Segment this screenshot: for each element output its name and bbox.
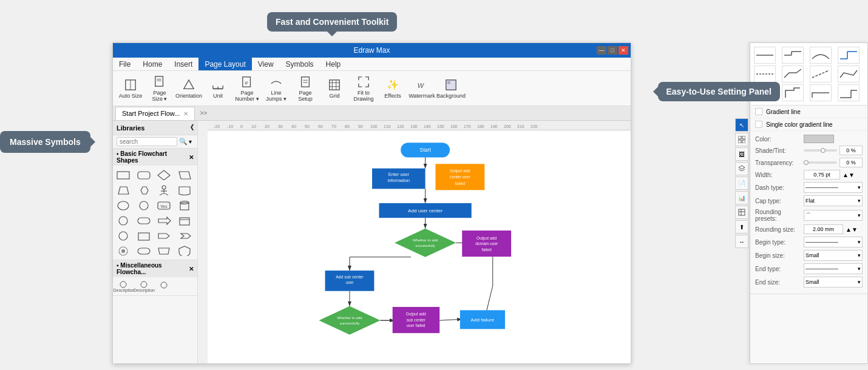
side-icon-layers[interactable]: [735, 162, 748, 175]
shape-circle[interactable]: [136, 198, 153, 212]
menu-file[interactable]: File: [113, 58, 137, 70]
shape-yes-tag[interactable]: Yes: [156, 198, 173, 212]
canvas-area[interactable]: -20 -10 0 10 20 30 40 50 60 70 80 90 100…: [198, 121, 631, 363]
btn-orientation[interactable]: Orientation: [175, 73, 203, 104]
btn-page-size[interactable]: Page Size ▾: [146, 73, 174, 104]
side-icon-table[interactable]: [735, 206, 748, 219]
conn-thumb-10[interactable]: [782, 84, 804, 101]
rounding-presets-dropdown[interactable]: ⌒▾: [804, 210, 863, 221]
close-button[interactable]: ✕: [619, 46, 628, 55]
color-swatch[interactable]: [804, 135, 834, 143]
conn-thumb-12[interactable]: [838, 84, 860, 101]
misc-flowchart-close[interactable]: ✕: [189, 266, 194, 272]
shape-radio[interactable]: [115, 244, 132, 257]
transparency-slider[interactable]: [804, 161, 837, 164]
btn-watermark[interactable]: W Watermark: [408, 73, 436, 104]
misc-shape-1[interactable]: Description: [115, 280, 132, 293]
libraries-collapse[interactable]: 《: [187, 123, 194, 132]
shape-shield[interactable]: [177, 244, 194, 257]
transparency-spinbox[interactable]: 0 %: [839, 158, 863, 167]
side-icon-grid[interactable]: [735, 133, 748, 146]
btn-unit[interactable]: Unit: [204, 73, 232, 104]
rounding-size-spinbox[interactable]: 2.00 mm: [804, 224, 843, 234]
shape-diamond[interactable]: [156, 168, 173, 181]
conn-thumb-2[interactable]: [782, 47, 804, 64]
search-input[interactable]: [117, 137, 177, 146]
tab-more-button[interactable]: >>: [197, 110, 209, 116]
menu-page-layout[interactable]: Page Layout: [198, 58, 251, 70]
conn-thumb-11[interactable]: [810, 84, 832, 101]
shape-ellipse[interactable]: [115, 198, 132, 212]
btn-effects[interactable]: ✨ Effects: [379, 73, 407, 104]
conn-thumb-3[interactable]: [810, 47, 832, 64]
begin-type-dropdown[interactable]: ——————▾: [804, 237, 863, 247]
side-icon-export[interactable]: ⬆: [735, 220, 748, 234]
shape-chevron[interactable]: [177, 229, 194, 242]
conn-thumb-6[interactable]: [782, 66, 804, 82]
side-icon-doc[interactable]: 📄: [735, 177, 748, 190]
shape-person[interactable]: [156, 183, 173, 197]
maximize-button[interactable]: □: [608, 46, 617, 55]
side-icon-arrows[interactable]: ↔: [735, 235, 748, 248]
tab-start-project[interactable]: Start Project Flow... ✕: [115, 107, 195, 120]
shape-arrow-right[interactable]: [156, 214, 173, 227]
menu-home[interactable]: Home: [137, 58, 168, 70]
conn-thumb-8[interactable]: [838, 66, 860, 82]
shape-cylinder[interactable]: [177, 198, 194, 212]
shade-slider-track[interactable]: [804, 149, 837, 152]
single-color-check[interactable]: [755, 121, 762, 128]
shape-rounded-rect3[interactable]: [136, 244, 153, 257]
end-size-dropdown[interactable]: Small▾: [804, 277, 863, 288]
begin-size-dropdown[interactable]: Small▾: [804, 250, 863, 261]
drawing-canvas[interactable]: Start Enter user information Output add …: [208, 130, 631, 363]
menu-view[interactable]: View: [252, 58, 280, 70]
search-icon[interactable]: 🔍: [179, 138, 188, 146]
search-filter-icon[interactable]: ▾: [189, 138, 192, 145]
btn-page-number[interactable]: # Page Number ▾: [233, 73, 261, 104]
btn-background[interactable]: Background: [437, 73, 465, 104]
btn-auto-size[interactable]: Auto Size: [117, 73, 144, 104]
gradient-line-check[interactable]: [755, 108, 762, 115]
width-spinbox[interactable]: 0.75 pt: [804, 170, 840, 180]
minimize-button[interactable]: —: [597, 46, 606, 55]
conn-thumb-7[interactable]: [810, 66, 832, 82]
menu-insert[interactable]: Insert: [168, 58, 198, 70]
conn-thumb-5[interactable]: [754, 66, 776, 82]
shape-hexagon[interactable]: [136, 183, 153, 197]
end-type-dropdown[interactable]: ——————▾: [804, 263, 863, 274]
cap-dropdown[interactable]: Flat▾: [804, 195, 863, 206]
side-icon-chart[interactable]: 📊: [735, 191, 748, 204]
shape-rounded-rect2[interactable]: [136, 214, 153, 227]
shade-spinbox[interactable]: 0 %: [839, 146, 863, 155]
shape-document[interactable]: [177, 183, 194, 197]
shape-circle2[interactable]: [115, 229, 132, 242]
shape-trapezoid2[interactable]: [156, 244, 173, 257]
menu-symbols[interactable]: Symbols: [280, 58, 320, 70]
shape-pent-arrow[interactable]: [156, 229, 173, 242]
basic-flowchart-header[interactable]: ▪ Basic Flowchart Shapes ✕: [113, 149, 197, 166]
width-stepper[interactable]: ▲▼: [843, 172, 855, 178]
tab-close-button[interactable]: ✕: [183, 110, 188, 117]
shape-circle-sm[interactable]: [115, 214, 132, 227]
misc-shape-3[interactable]: [156, 280, 173, 293]
dash-dropdown[interactable]: ——————▾: [804, 182, 863, 193]
btn-page-setup[interactable]: Page Setup: [291, 73, 319, 104]
rounding-size-stepper[interactable]: ▲▼: [846, 226, 858, 233]
shade-slider-thumb[interactable]: [821, 148, 826, 153]
shape-round-rect[interactable]: [136, 168, 153, 181]
transparency-thumb[interactable]: [804, 160, 809, 165]
misc-shape-2[interactable]: Description: [136, 280, 153, 293]
conn-thumb-4[interactable]: [838, 47, 860, 64]
shape-rect[interactable]: [115, 168, 132, 181]
btn-grid[interactable]: Grid: [320, 73, 348, 104]
side-icon-pointer[interactable]: ↖: [735, 118, 748, 132]
btn-line-jumps[interactable]: Line Jumps ▾: [262, 73, 290, 104]
shape-parallelogram[interactable]: [177, 168, 194, 181]
menu-help[interactable]: Help: [320, 58, 347, 70]
shape-data-store[interactable]: [177, 214, 194, 227]
side-icon-image[interactable]: 🖼: [735, 147, 748, 161]
conn-thumb-1[interactable]: [754, 47, 776, 64]
misc-flowchart-header[interactable]: ▪ Miscellaneous Flowcha... ✕: [113, 260, 197, 277]
shape-rect2[interactable]: [136, 229, 153, 242]
basic-flowchart-close[interactable]: ✕: [189, 154, 194, 161]
